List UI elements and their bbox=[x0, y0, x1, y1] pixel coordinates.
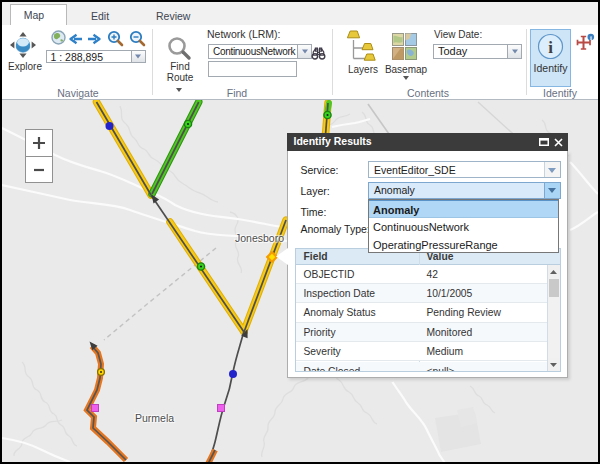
svg-text:i: i bbox=[548, 38, 553, 57]
svg-text:i: i bbox=[590, 34, 592, 41]
